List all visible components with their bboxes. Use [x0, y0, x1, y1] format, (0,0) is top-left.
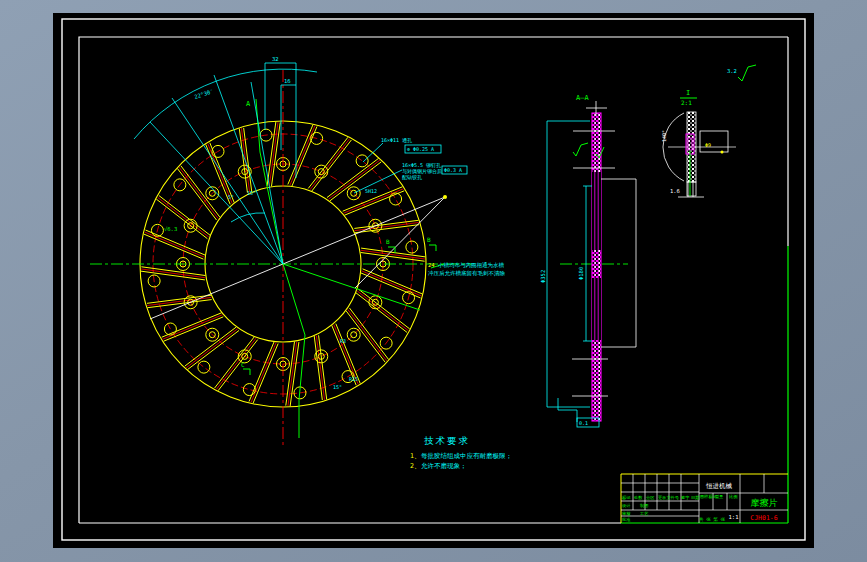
annotation-text: Φ180: [578, 267, 584, 280]
annotation-text: Φ0.3 A: [444, 167, 462, 173]
annotation-text: 16: [284, 78, 291, 84]
annotation-text: 5°: [228, 194, 234, 200]
annotation-text: 设计: [622, 503, 631, 508]
annotation-text: 配钻铰孔: [402, 174, 422, 181]
annotation-text: 3.2: [727, 68, 737, 74]
annotation-text: Φ9: [705, 142, 711, 148]
annotation-text: 16×Φ11 通孔: [381, 137, 412, 144]
annotation-text: 审核: [622, 511, 631, 516]
annotation-text: ⊕ Φ0.25 A: [407, 146, 434, 152]
tech-req-title: 技术要求: [424, 435, 470, 446]
cad-drawing: 3216A22°30′5°15°5H12√6.316×Φ11 通孔16×Φ5.5…: [0, 0, 867, 562]
annotation-text: 24: [428, 262, 435, 268]
annotation-text: 签字: [681, 495, 690, 500]
annotation-text: 工艺: [639, 511, 649, 516]
tech-requirements: 技术要求: [424, 435, 470, 446]
sheet-note: 共 张 第 张: [699, 517, 726, 522]
annotation-text: R15: [349, 376, 358, 382]
annotation-text: 1、: [410, 452, 420, 460]
annotation-text: 制图: [640, 503, 648, 508]
annotation-text: 140°: [661, 130, 667, 142]
annotation-text: 每批胶结组成中应有耐磨极限；: [421, 452, 512, 460]
annotation-text: R3: [340, 338, 346, 344]
company-name: 恒进机械: [705, 482, 733, 490]
annotation-text: I: [686, 89, 690, 97]
annotation-text: 15°: [333, 384, 342, 390]
annotation-text: 重量: [715, 494, 723, 499]
annotation-text: 允许不磨现象；: [421, 462, 467, 470]
annotation-text: Φ352: [540, 270, 546, 283]
scale-value: 1:1: [729, 514, 739, 520]
annotation-text: 分区: [646, 495, 655, 500]
annotation-text: 5H12: [365, 188, 377, 194]
annotation-text: 批准: [621, 517, 631, 522]
annotation-text: √6.3: [164, 226, 177, 232]
annotation-text: 更改文件号: [658, 495, 680, 500]
annotation-text: 2:1: [681, 99, 692, 106]
annotation-text: 处数: [634, 495, 643, 500]
annotation-text: 冲压后允许槽底留有毛刺不清除: [428, 270, 506, 277]
annotation-text: 32: [272, 56, 279, 62]
annotation-text: 2、: [410, 462, 420, 470]
annotation-text: 小槽均布与内圈相通为水槽: [437, 261, 505, 268]
annotation-text: B: [427, 236, 431, 243]
annotation-text: C: [241, 361, 245, 368]
cad-window: 3216A22°30′5°15°5H12√6.316×Φ11 通孔16×Φ5.5…: [0, 0, 867, 562]
annotation-text: A—A: [576, 94, 589, 102]
part-name: 摩擦片: [751, 498, 778, 508]
drawing-number: CJH01-6: [750, 514, 777, 522]
annotation-text: 15°: [247, 190, 256, 196]
annotation-text: 日期: [691, 495, 699, 500]
annotation-text: 0.1: [579, 420, 588, 426]
annotation-text: B: [386, 238, 390, 245]
annotation-text: 1.6: [670, 188, 680, 194]
